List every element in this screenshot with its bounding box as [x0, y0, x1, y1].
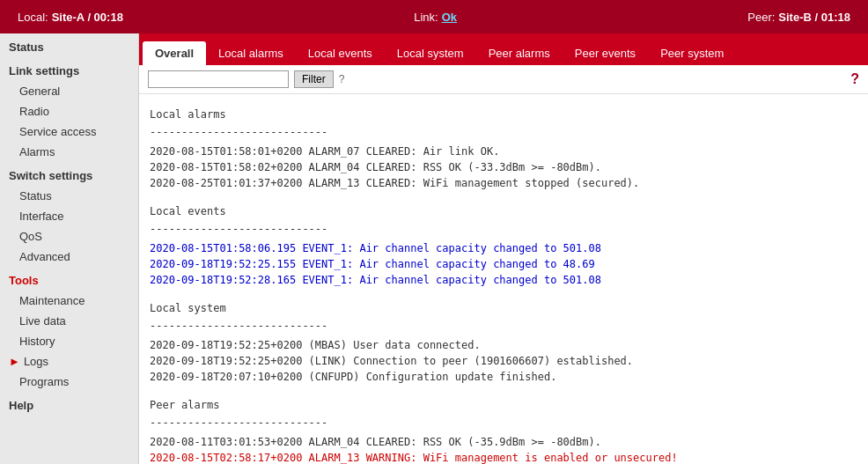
- filter-button[interactable]: Filter: [294, 70, 334, 88]
- sidebar-item-logs[interactable]: ► Logs: [0, 351, 138, 372]
- tab-peer-alarms[interactable]: Peer alarms: [476, 41, 563, 65]
- log-divider: ----------------------------: [150, 124, 857, 140]
- local-label: Local:: [18, 11, 48, 24]
- help-title: Help: [0, 392, 138, 416]
- sidebar-item-maintenance[interactable]: Maintenance: [0, 291, 138, 311]
- tabs-bar: Overall Local alarms Local events Local …: [139, 33, 868, 65]
- sidebar-item-general[interactable]: General: [0, 81, 138, 101]
- log-spacer: [150, 191, 857, 198]
- sidebar-item-live-data[interactable]: Live data: [0, 311, 138, 331]
- peer-label: Peer:: [747, 11, 775, 24]
- content-area: Overall Local alarms Local events Local …: [139, 33, 868, 464]
- sidebar-item-service-access[interactable]: Service access: [0, 122, 138, 142]
- log-spacer: [150, 288, 857, 295]
- sidebar-item-programs[interactable]: Programs: [0, 372, 138, 392]
- log-divider: ----------------------------: [150, 415, 857, 431]
- logs-arrow-icon: ►: [9, 355, 20, 368]
- tab-overall[interactable]: Overall: [143, 41, 206, 65]
- tab-peer-events[interactable]: Peer events: [563, 41, 648, 65]
- sidebar-item-interface[interactable]: Interface: [0, 206, 138, 226]
- log-line: 2020-09-18T20:07:10+0200 (CNFUPD) Config…: [150, 369, 857, 385]
- log-divider: ----------------------------: [150, 221, 857, 237]
- log-section-title: Local system: [150, 300, 857, 316]
- tab-peer-system[interactable]: Peer system: [648, 41, 736, 65]
- log-line: 2020-09-18T19:52:25.155 EVENT_1: Air cha…: [150, 256, 857, 272]
- log-section-title: Local alarms: [150, 107, 857, 122]
- link-label: Link:: [414, 11, 438, 24]
- tab-local-events[interactable]: Local events: [296, 41, 385, 65]
- tab-local-system[interactable]: Local system: [385, 41, 476, 65]
- switch-settings-title: Switch settings: [0, 162, 138, 186]
- local-value: Site-A / 00:18: [52, 11, 123, 24]
- status-top-label: Status: [0, 33, 138, 57]
- log-line: 2020-09-18T19:52:25+0200 (LINK) Connecti…: [150, 353, 857, 369]
- tab-local-alarms[interactable]: Local alarms: [206, 41, 296, 65]
- log-divider: ----------------------------: [150, 318, 857, 334]
- sidebar: Status Link settings General Radio Servi…: [0, 33, 139, 464]
- sidebar-item-advanced[interactable]: Advanced: [0, 247, 138, 267]
- peer-info: Peer: Site-B / 01:18: [747, 11, 850, 24]
- filter-help-icon[interactable]: ?: [339, 73, 345, 85]
- panel: Filter ? ? Local alarms-----------------…: [139, 65, 868, 464]
- sidebar-item-qos[interactable]: QoS: [0, 226, 138, 247]
- log-line: 2020-09-18T19:52:28.165 EVENT_1: Air cha…: [150, 272, 857, 288]
- link-settings-title: Link settings: [0, 57, 138, 81]
- log-section-title: Local events: [150, 203, 857, 219]
- link-info: Link: Ok: [414, 11, 457, 24]
- log-line: 2020-08-15T01:58:01+0200 ALARM_07 CLEARE…: [150, 144, 857, 159]
- sidebar-item-history[interactable]: History: [0, 331, 138, 351]
- sidebar-item-alarms[interactable]: Alarms: [0, 142, 138, 162]
- tools-title: Tools: [0, 267, 138, 291]
- sidebar-item-status[interactable]: Status: [0, 186, 138, 206]
- log-line: 2020-08-15T01:58:02+0200 ALARM_04 CLEARE…: [150, 159, 857, 175]
- sidebar-item-radio[interactable]: Radio: [0, 101, 138, 122]
- peer-value: Site-B / 01:18: [778, 11, 850, 24]
- panel-help-icon[interactable]: ?: [850, 71, 859, 87]
- logs-label: Logs: [24, 355, 48, 368]
- local-info: Local: Site-A / 00:18: [18, 11, 123, 24]
- filter-input[interactable]: [148, 70, 289, 88]
- log-line: 2020-08-11T03:01:53+0200 ALARM_04 CLEARE…: [150, 434, 857, 450]
- log-line: 2020-08-15T01:58:06.195 EVENT_1: Air cha…: [150, 240, 857, 256]
- log-spacer: [150, 385, 857, 392]
- top-bar: Local: Site-A / 00:18 Link: Ok Peer: Sit…: [0, 0, 868, 33]
- filter-bar: Filter ? ?: [139, 65, 868, 94]
- log-content[interactable]: Local alarms----------------------------…: [139, 94, 868, 464]
- log-line: 2020-08-25T01:01:37+0200 ALARM_13 CLEARE…: [150, 175, 857, 191]
- log-line: 2020-08-15T02:58:17+0200 ALARM_13 WARNIN…: [150, 450, 857, 464]
- link-value[interactable]: Ok: [442, 11, 457, 24]
- log-section-title: Peer alarms: [150, 397, 857, 413]
- log-line: 2020-09-18T19:52:25+0200 (MBAS) User dat…: [150, 337, 857, 353]
